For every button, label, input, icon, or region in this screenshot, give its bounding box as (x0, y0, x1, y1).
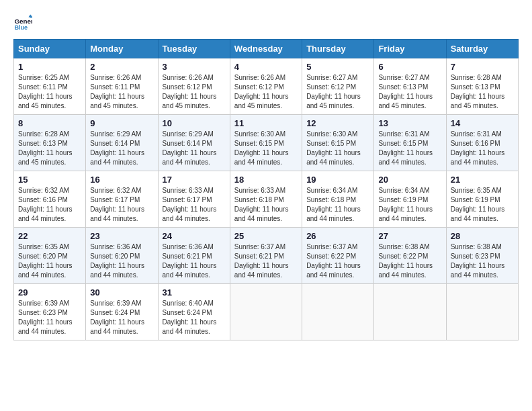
day-number: 24 (163, 231, 226, 241)
day-number: 8 (18, 118, 81, 128)
day-sun-info: Sunrise: 6:34 AMSunset: 6:19 PMDaylight:… (378, 186, 441, 224)
day-number: 12 (306, 118, 369, 128)
calendar-day-cell: 15Sunrise: 6:32 AMSunset: 6:16 PMDayligh… (14, 171, 86, 228)
calendar-day-cell (446, 284, 518, 340)
calendar-day-cell: 28Sunrise: 6:38 AMSunset: 6:23 PMDayligh… (446, 228, 518, 284)
calendar-day-cell: 22Sunrise: 6:35 AMSunset: 6:20 PMDayligh… (14, 228, 86, 284)
day-number: 6 (378, 62, 441, 72)
svg-text:Blue: Blue (14, 24, 28, 31)
calendar-header-row: SundayMondayTuesdayWednesdayThursdayFrid… (14, 40, 519, 58)
calendar-day-cell: 12Sunrise: 6:30 AMSunset: 6:15 PMDayligh… (302, 115, 374, 171)
day-sun-info: Sunrise: 6:29 AMSunset: 6:14 PMDaylight:… (163, 130, 226, 167)
day-sun-info: Sunrise: 6:39 AMSunset: 6:23 PMDaylight:… (18, 299, 81, 336)
day-of-week-header: Thursday (302, 40, 374, 58)
calendar-week-row: 15Sunrise: 6:32 AMSunset: 6:16 PMDayligh… (14, 171, 519, 228)
day-sun-info: Sunrise: 6:30 AMSunset: 6:15 PMDaylight:… (234, 130, 298, 167)
calendar-day-cell: 3Sunrise: 6:26 AMSunset: 6:12 PMDaylight… (158, 58, 230, 115)
calendar-day-cell: 23Sunrise: 6:36 AMSunset: 6:20 PMDayligh… (86, 228, 158, 284)
calendar-day-cell: 13Sunrise: 6:31 AMSunset: 6:15 PMDayligh… (374, 115, 446, 171)
day-of-week-header: Saturday (446, 40, 518, 58)
calendar-table: SundayMondayTuesdayWednesdayThursdayFrid… (13, 39, 519, 340)
day-number: 2 (90, 62, 153, 72)
day-number: 1 (18, 62, 81, 72)
calendar-day-cell: 17Sunrise: 6:33 AMSunset: 6:17 PMDayligh… (158, 171, 230, 228)
day-number: 13 (378, 118, 441, 128)
calendar-body: 1Sunrise: 6:25 AMSunset: 6:11 PMDaylight… (14, 58, 519, 340)
day-number: 10 (163, 118, 226, 128)
day-sun-info: Sunrise: 6:36 AMSunset: 6:21 PMDaylight:… (163, 242, 226, 280)
day-sun-info: Sunrise: 6:32 AMSunset: 6:16 PMDaylight:… (18, 186, 81, 224)
calendar-day-cell: 5Sunrise: 6:27 AMSunset: 6:12 PMDaylight… (302, 58, 374, 115)
calendar-day-cell: 6Sunrise: 6:27 AMSunset: 6:13 PMDaylight… (374, 58, 446, 115)
day-number: 23 (90, 231, 153, 241)
calendar-day-cell: 1Sunrise: 6:25 AMSunset: 6:11 PMDaylight… (14, 58, 86, 115)
calendar-week-row: 1Sunrise: 6:25 AMSunset: 6:11 PMDaylight… (14, 58, 519, 115)
calendar-day-cell: 16Sunrise: 6:32 AMSunset: 6:17 PMDayligh… (86, 171, 158, 228)
day-of-week-header: Sunday (14, 40, 86, 58)
calendar-day-cell: 9Sunrise: 6:29 AMSunset: 6:14 PMDaylight… (86, 115, 158, 171)
calendar-day-cell (374, 284, 446, 340)
day-number: 17 (163, 175, 226, 185)
day-number: 30 (90, 287, 153, 298)
day-sun-info: Sunrise: 6:33 AMSunset: 6:18 PMDaylight:… (234, 186, 298, 224)
calendar-day-cell: 14Sunrise: 6:31 AMSunset: 6:16 PMDayligh… (446, 115, 518, 171)
calendar-day-cell: 11Sunrise: 6:30 AMSunset: 6:15 PMDayligh… (230, 115, 302, 171)
calendar-day-cell: 2Sunrise: 6:26 AMSunset: 6:11 PMDaylight… (86, 58, 158, 115)
calendar-week-row: 8Sunrise: 6:28 AMSunset: 6:13 PMDaylight… (14, 115, 519, 171)
day-sun-info: Sunrise: 6:30 AMSunset: 6:15 PMDaylight:… (306, 130, 369, 167)
day-of-week-header: Friday (374, 40, 446, 58)
day-sun-info: Sunrise: 6:25 AMSunset: 6:11 PMDaylight:… (18, 73, 81, 111)
day-sun-info: Sunrise: 6:31 AMSunset: 6:15 PMDaylight:… (378, 130, 441, 167)
day-of-week-header: Monday (86, 40, 158, 58)
calendar-day-cell: 10Sunrise: 6:29 AMSunset: 6:14 PMDayligh… (158, 115, 230, 171)
calendar-day-cell: 4Sunrise: 6:26 AMSunset: 6:12 PMDaylight… (230, 58, 302, 115)
day-number: 31 (163, 287, 226, 298)
day-number: 11 (234, 118, 298, 128)
logo-icon: General Blue (13, 13, 32, 32)
day-sun-info: Sunrise: 6:26 AMSunset: 6:12 PMDaylight:… (163, 73, 226, 111)
calendar-day-cell (230, 284, 302, 340)
day-sun-info: Sunrise: 6:37 AMSunset: 6:21 PMDaylight:… (234, 242, 298, 280)
day-number: 4 (234, 62, 298, 72)
day-number: 26 (306, 231, 369, 241)
day-sun-info: Sunrise: 6:39 AMSunset: 6:24 PMDaylight:… (90, 299, 153, 336)
calendar-week-row: 22Sunrise: 6:35 AMSunset: 6:20 PMDayligh… (14, 228, 519, 284)
day-number: 21 (451, 175, 514, 185)
day-sun-info: Sunrise: 6:32 AMSunset: 6:17 PMDaylight:… (90, 186, 153, 224)
day-sun-info: Sunrise: 6:29 AMSunset: 6:14 PMDaylight:… (90, 130, 153, 167)
day-sun-info: Sunrise: 6:34 AMSunset: 6:18 PMDaylight:… (306, 186, 369, 224)
calendar-day-cell: 18Sunrise: 6:33 AMSunset: 6:18 PMDayligh… (230, 171, 302, 228)
day-sun-info: Sunrise: 6:36 AMSunset: 6:20 PMDaylight:… (90, 242, 153, 280)
calendar-day-cell: 21Sunrise: 6:35 AMSunset: 6:19 PMDayligh… (446, 171, 518, 228)
logo: General Blue (13, 13, 35, 32)
calendar-day-cell: 26Sunrise: 6:37 AMSunset: 6:22 PMDayligh… (302, 228, 374, 284)
day-sun-info: Sunrise: 6:33 AMSunset: 6:17 PMDaylight:… (163, 186, 226, 224)
day-sun-info: Sunrise: 6:27 AMSunset: 6:13 PMDaylight:… (378, 73, 441, 111)
day-number: 25 (234, 231, 298, 241)
day-number: 19 (306, 175, 369, 185)
day-number: 7 (451, 62, 514, 72)
day-sun-info: Sunrise: 6:31 AMSunset: 6:16 PMDaylight:… (451, 130, 514, 167)
day-number: 16 (90, 175, 153, 185)
calendar-day-cell: 25Sunrise: 6:37 AMSunset: 6:21 PMDayligh… (230, 228, 302, 284)
calendar-day-cell (302, 284, 374, 340)
day-of-week-header: Tuesday (158, 40, 230, 58)
day-sun-info: Sunrise: 6:26 AMSunset: 6:12 PMDaylight:… (234, 73, 298, 111)
day-number: 5 (306, 62, 369, 72)
day-number: 29 (18, 287, 81, 298)
day-number: 18 (234, 175, 298, 185)
calendar-week-row: 29Sunrise: 6:39 AMSunset: 6:23 PMDayligh… (14, 284, 519, 340)
calendar-day-cell: 19Sunrise: 6:34 AMSunset: 6:18 PMDayligh… (302, 171, 374, 228)
day-sun-info: Sunrise: 6:38 AMSunset: 6:22 PMDaylight:… (378, 242, 441, 280)
day-number: 20 (378, 175, 441, 185)
day-number: 27 (378, 231, 441, 241)
day-sun-info: Sunrise: 6:38 AMSunset: 6:23 PMDaylight:… (451, 242, 514, 280)
calendar-day-cell: 7Sunrise: 6:28 AMSunset: 6:13 PMDaylight… (446, 58, 518, 115)
calendar-day-cell: 20Sunrise: 6:34 AMSunset: 6:19 PMDayligh… (374, 171, 446, 228)
day-sun-info: Sunrise: 6:27 AMSunset: 6:12 PMDaylight:… (306, 73, 369, 111)
calendar-day-cell: 31Sunrise: 6:40 AMSunset: 6:24 PMDayligh… (158, 284, 230, 340)
calendar-day-cell: 30Sunrise: 6:39 AMSunset: 6:24 PMDayligh… (86, 284, 158, 340)
day-sun-info: Sunrise: 6:28 AMSunset: 6:13 PMDaylight:… (451, 73, 514, 111)
calendar-day-cell: 27Sunrise: 6:38 AMSunset: 6:22 PMDayligh… (374, 228, 446, 284)
day-sun-info: Sunrise: 6:28 AMSunset: 6:13 PMDaylight:… (18, 130, 81, 167)
